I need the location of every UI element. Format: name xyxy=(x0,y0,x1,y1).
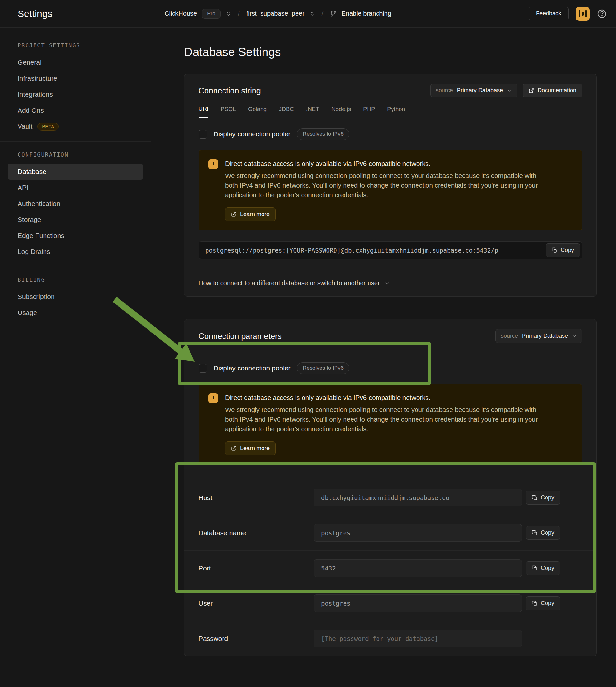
sidebar-item-storage[interactable]: Storage xyxy=(8,212,143,228)
host-input[interactable] xyxy=(314,489,522,506)
external-link-icon xyxy=(231,212,237,217)
connection-string-title: Connection string xyxy=(198,86,261,96)
display-connection-pooler-checkbox[interactable] xyxy=(198,364,207,373)
password-row: Password xyxy=(184,621,596,656)
sidebar-divider xyxy=(0,267,151,267)
sidebar-item-database[interactable]: Database xyxy=(8,163,143,180)
external-link-icon xyxy=(529,88,534,93)
tab-golang[interactable]: Golang xyxy=(248,106,267,118)
copy-icon xyxy=(532,566,537,571)
ipv6-notice: ! Direct database access is only availab… xyxy=(198,384,582,465)
enable-branching-button[interactable]: Enable branching xyxy=(341,10,391,17)
chevron-down-icon xyxy=(572,334,577,339)
connection-uri-input[interactable] xyxy=(198,241,582,259)
sidebar-item-subscription[interactable]: Subscription xyxy=(8,289,143,305)
alert-icon: ! xyxy=(208,159,218,169)
learn-more-button[interactable]: Learn more xyxy=(225,441,276,455)
copy-icon xyxy=(532,530,537,536)
beta-badge: BETA xyxy=(38,123,59,131)
copy-user-button[interactable]: Copy xyxy=(526,596,560,610)
alert-icon: ! xyxy=(208,394,218,403)
pooler-checkbox-label: Display connection pooler xyxy=(214,364,290,372)
settings-sidebar: PROJECT SETTINGS General Infrastructure … xyxy=(0,27,151,687)
breadcrumb-org[interactable]: ClickHouse xyxy=(164,10,197,17)
database-name-input[interactable] xyxy=(314,524,522,542)
copy-uri-button[interactable]: Copy xyxy=(546,243,580,257)
sidebar-item-general[interactable]: General xyxy=(8,54,143,70)
connection-parameters-card: Connection parameters source Primary Dat… xyxy=(184,319,597,656)
host-row: Host Copy xyxy=(184,480,596,515)
notice-body: We strongly recommend using connection p… xyxy=(225,171,545,200)
sidebar-item-authentication[interactable]: Authentication xyxy=(8,196,143,212)
external-link-icon xyxy=(231,446,237,451)
sidebar-item-api[interactable]: API xyxy=(8,180,143,196)
tab-jdbc[interactable]: JDBC xyxy=(279,106,294,118)
source-select[interactable]: source Primary Database xyxy=(430,84,518,97)
breadcrumb: ClickHouse Pro / first_supabase_peer / E… xyxy=(164,9,391,19)
connection-string-tabs: URI PSQL Golang JDBC .NET Node.js PHP Py… xyxy=(184,97,596,118)
copy-icon xyxy=(552,247,557,253)
sidebar-item-usage[interactable]: Usage xyxy=(8,305,143,321)
chevron-down-icon xyxy=(384,281,390,286)
notice-title: Direct database access is only available… xyxy=(225,159,545,168)
page-title: Database Settings xyxy=(184,45,597,59)
sidebar-item-infrastructure[interactable]: Infrastructure xyxy=(8,70,143,86)
connection-parameters-title: Connection parameters xyxy=(198,331,282,341)
source-select[interactable]: source Primary Database xyxy=(495,329,582,343)
chevrons-up-down-icon[interactable] xyxy=(309,11,315,17)
ipv6-notice: ! Direct database access is only availab… xyxy=(198,150,582,230)
port-row: Port Copy xyxy=(184,550,596,585)
tab-uri[interactable]: URI xyxy=(198,106,208,118)
user-row: User Copy xyxy=(184,585,596,621)
port-label: Port xyxy=(198,564,314,572)
copy-host-button[interactable]: Copy xyxy=(526,491,560,505)
database-name-label: Database name xyxy=(198,529,314,537)
sidebar-item-vault[interactable]: Vault BETA xyxy=(8,118,143,134)
top-bar-actions: Feedback xyxy=(529,7,607,21)
documentation-button[interactable]: Documentation xyxy=(523,84,582,97)
org-plan-badge: Pro xyxy=(202,9,221,19)
display-connection-pooler-checkbox[interactable] xyxy=(198,130,207,139)
chevron-down-icon xyxy=(507,88,512,93)
notice-body: We strongly recommend using connection p… xyxy=(225,405,545,434)
main-content: Database Settings Connection string sour… xyxy=(151,27,616,687)
top-bar: Settings ClickHouse Pro / first_supabase… xyxy=(0,0,616,27)
org-avatar[interactable] xyxy=(576,7,590,21)
user-input[interactable] xyxy=(314,595,522,612)
pooler-checkbox-label: Display connection pooler xyxy=(214,130,290,138)
help-icon[interactable] xyxy=(597,9,607,19)
copy-icon xyxy=(532,601,537,606)
tab-psql[interactable]: PSQL xyxy=(221,106,236,118)
page-header-title: Settings xyxy=(0,8,151,19)
learn-more-button[interactable]: Learn more xyxy=(225,207,276,221)
connection-help-expander[interactable]: How to connect to a different database o… xyxy=(184,270,596,296)
copy-icon xyxy=(532,495,537,501)
sidebar-item-add-ons[interactable]: Add Ons xyxy=(8,103,143,118)
copy-database-button[interactable]: Copy xyxy=(526,526,560,540)
sidebar-item-log-drains[interactable]: Log Drains xyxy=(8,244,143,260)
breadcrumb-project[interactable]: first_supabase_peer xyxy=(246,10,305,17)
tab-dotnet[interactable]: .NET xyxy=(306,106,319,118)
tab-nodejs[interactable]: Node.js xyxy=(331,106,351,118)
tab-php[interactable]: PHP xyxy=(363,106,375,118)
feedback-button[interactable]: Feedback xyxy=(529,7,569,21)
resolves-to-ipv6-badge: Resolves to IPv6 xyxy=(297,362,349,374)
sidebar-divider xyxy=(0,141,151,142)
git-branch-icon xyxy=(330,10,336,17)
user-label: User xyxy=(198,600,314,607)
copy-port-button[interactable]: Copy xyxy=(526,561,560,575)
sidebar-section-project-settings: PROJECT SETTINGS xyxy=(0,40,151,54)
sidebar-item-edge-functions[interactable]: Edge Functions xyxy=(8,228,143,244)
port-input[interactable] xyxy=(314,559,522,577)
sidebar-section-billing: BILLING xyxy=(0,274,151,289)
sidebar-section-configuration: CONFIGURATION xyxy=(0,149,151,163)
password-label: Password xyxy=(198,635,314,643)
notice-title: Direct database access is only available… xyxy=(225,394,545,402)
chevrons-up-down-icon[interactable] xyxy=(225,11,231,17)
tab-python[interactable]: Python xyxy=(387,106,405,118)
sidebar-item-integrations[interactable]: Integrations xyxy=(8,86,143,103)
breadcrumb-separator: / xyxy=(236,10,242,17)
password-input[interactable] xyxy=(314,630,522,647)
resolves-to-ipv6-badge: Resolves to IPv6 xyxy=(297,128,349,140)
connection-string-card: Connection string source Primary Databas… xyxy=(184,74,597,297)
